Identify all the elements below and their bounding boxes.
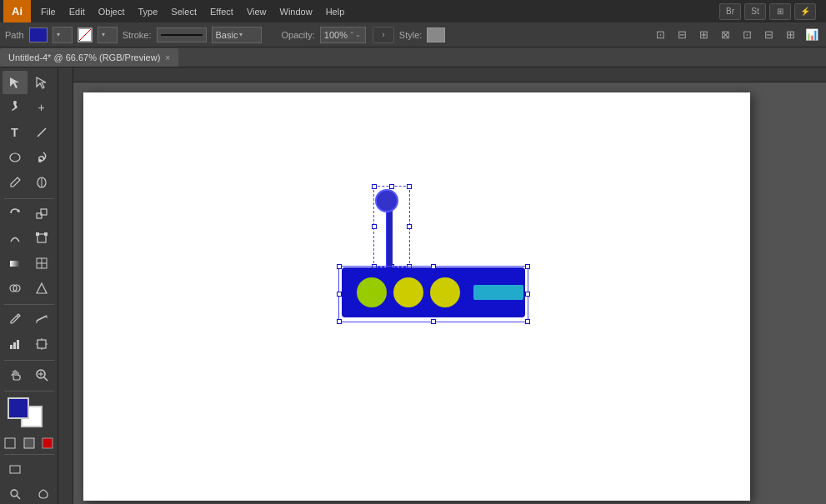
align-icon-5[interactable]: ⊡ [738,26,756,44]
canvas-area[interactable] [58,67,826,504]
tool-row-hand [3,363,56,387]
normal-mode[interactable] [3,435,18,452]
zoom-tool[interactable] [29,363,54,387]
opacity-input[interactable]: 100% ⌃⌄ [320,27,366,43]
bhandle-br[interactable] [525,319,530,324]
stroke-label: Stroke: [123,30,152,40]
handle-top-left[interactable] [372,184,377,189]
warp-tool[interactable] [3,227,28,250]
svg-line-19 [37,316,47,321]
svg-point-2 [10,153,20,162]
blob-brush-tool[interactable] [29,171,54,194]
mesh-tool[interactable] [29,252,54,275]
menu-view[interactable]: View [240,4,273,19]
extra-button[interactable]: ⚡ [794,3,816,20]
pencil-tool[interactable] [3,171,28,194]
select-tool[interactable] [3,71,28,94]
menu-bar: Ai File Edit Object Type Select Effect V… [0,0,826,22]
artboard-tool[interactable] [29,332,54,356]
tool-separator-2 [4,304,54,305]
type-tool[interactable]: T [3,121,28,144]
handle-top-mid[interactable] [389,184,394,189]
pen-tool[interactable] [3,96,28,119]
hand-tool[interactable] [3,363,28,387]
scale-tool[interactable] [29,202,54,225]
handle-top-right[interactable] [407,184,412,189]
toolbar: + T [0,67,58,504]
svg-rect-36 [43,438,53,448]
line-tool[interactable] [29,121,54,144]
menu-edit[interactable]: Edit [63,4,92,19]
document-tab[interactable]: Untitled-4* @ 66.67% (RGB/Preview) × [0,48,179,67]
screen-mode-btn[interactable] [3,457,28,481]
fill-dropdown[interactable]: ▾ [53,27,73,43]
svg-rect-24 [17,340,19,349]
tab-close-button[interactable]: × [165,53,170,62]
measure-tool[interactable] [29,307,54,331]
direct-select-tool[interactable] [29,71,54,94]
bhandle-tl[interactable] [337,264,342,269]
svg-line-1 [38,128,46,137]
menu-help[interactable]: Help [319,4,352,19]
handle-mid-right[interactable] [407,224,412,229]
align-icon-7[interactable]: ⊞ [781,26,799,44]
menu-effect[interactable]: Effect [203,4,240,19]
quick-mask-mode[interactable] [21,435,37,452]
style-label: Style: [399,30,423,40]
svg-rect-34 [5,438,15,448]
stroke-indicator[interactable] [78,27,93,42]
bhandle-tr[interactable] [525,264,530,269]
fill-color-box[interactable] [29,27,48,42]
chart-icon[interactable]: 📊 [803,26,821,44]
joystick-base [342,267,525,317]
lasso-tool[interactable] [31,484,56,504]
shape-builder-tool[interactable] [3,277,28,300]
opacity-label: Opacity: [282,30,315,40]
bhandle-mr[interactable] [525,292,530,297]
live-paint-tool[interactable] [29,277,54,300]
bridge-button[interactable]: Br [719,3,741,20]
tool-separator-5 [4,454,54,455]
tab-title: Untitled-4* @ 66.67% (RGB/Preview) [8,52,160,62]
free-transform-tool[interactable] [29,227,54,250]
bhandle-bl[interactable] [337,319,342,324]
align-icon-6[interactable]: ⊟ [759,26,778,44]
extra-tools-row [3,484,56,504]
align-icon-1[interactable]: ⊡ [651,26,669,44]
menu-type[interactable]: Type [132,4,165,19]
brush-tool[interactable] [29,146,54,169]
workspace-button[interactable]: ⊞ [769,3,791,20]
menu-object[interactable]: Object [92,4,132,19]
gradient-tool[interactable] [3,252,28,275]
weight-dropdown[interactable]: Basic ▾ [212,27,262,43]
align-icon-2[interactable]: ⊟ [673,26,691,44]
search-tool[interactable] [3,484,28,504]
svg-line-39 [17,496,20,499]
bhandle-bm[interactable] [431,319,436,324]
align-icon-4[interactable]: ⊠ [716,26,734,44]
opacity-extra-btn[interactable]: › [373,27,394,43]
rotate-tool[interactable] [3,202,28,225]
add-anchor-tool[interactable]: + [29,96,54,119]
graph-tool[interactable] [3,332,28,356]
align-icon-3[interactable]: ⊞ [694,26,713,44]
eyedropper-tool[interactable] [3,307,28,331]
menu-file[interactable]: File [34,4,63,19]
svg-point-38 [11,490,18,497]
handle-mid-left[interactable] [372,224,377,229]
screen-mode-row [3,457,56,481]
foreground-color-box[interactable] [8,397,29,419]
stroke-dropdown[interactable]: ▾ [98,27,118,43]
align-icons: ⊡ ⊟ ⊞ ⊠ ⊡ ⊟ ⊞ 📊 [651,26,821,44]
tool-separator-1 [4,198,54,199]
style-preview[interactable] [427,27,445,42]
menu-window[interactable]: Window [273,4,319,19]
menu-select[interactable]: Select [164,4,203,19]
stroke-weight-input[interactable] [157,27,207,42]
stock-button[interactable]: St [744,3,766,20]
ellipse-tool[interactable] [3,146,28,169]
svg-rect-37 [10,466,20,473]
path-label: Path [5,30,24,40]
red-indicator[interactable] [40,435,56,452]
main-area: + T [0,67,826,504]
